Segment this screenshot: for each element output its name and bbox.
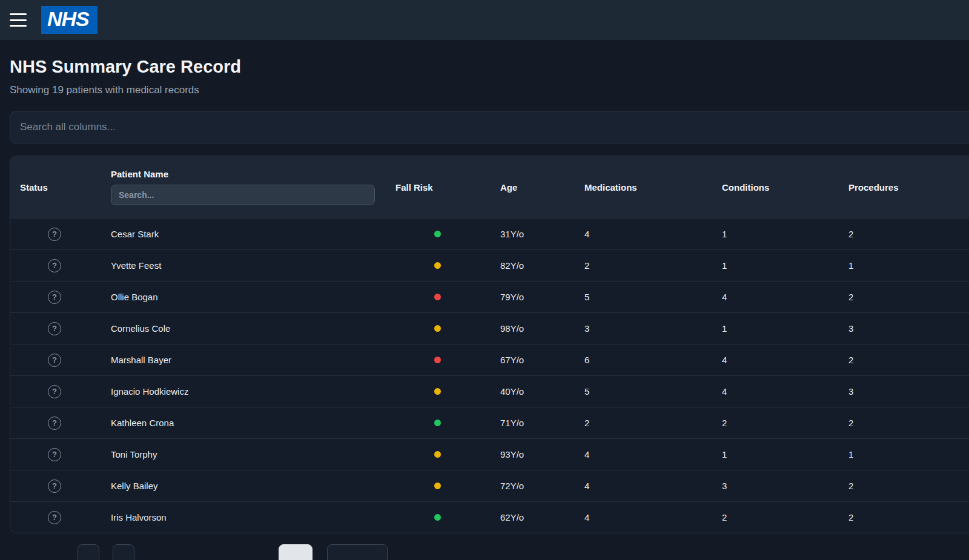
- fall-risk-dot: [434, 294, 441, 300]
- status-cell: ?: [10, 259, 101, 272]
- top-bar: NHS: [0, 0, 969, 40]
- status-question-mark-icon[interactable]: ?: [48, 385, 61, 398]
- table-row[interactable]: ? Toni Torphy 93Y/o 4 1 1: [10, 438, 969, 470]
- age-cell: 82Y/o: [491, 260, 575, 271]
- status-cell: ?: [10, 479, 101, 493]
- status-question-mark-icon[interactable]: ?: [48, 479, 61, 493]
- age-cell: 98Y/o: [491, 323, 575, 334]
- column-header-age: Age: [491, 182, 575, 193]
- procedures-cell: 1: [839, 449, 969, 460]
- age-cell: 62Y/o: [491, 512, 575, 522]
- age-cell: 79Y/o: [491, 292, 575, 302]
- fall-risk-cell: [386, 386, 491, 397]
- age-cell: 71Y/o: [491, 418, 575, 428]
- conditions-cell: 4: [712, 355, 839, 365]
- table-header-row: Status Patient Name Fall Risk Age Medica…: [10, 156, 969, 218]
- column-header-medications: Medications: [575, 182, 712, 193]
- procedures-cell: 2: [839, 418, 969, 428]
- procedures-cell: 2: [839, 229, 969, 239]
- conditions-cell: 1: [712, 229, 839, 239]
- status-question-mark-icon[interactable]: ?: [48, 448, 61, 461]
- table-row[interactable]: ? Kelly Bailey 72Y/o 4 3 2: [10, 470, 969, 501]
- status-cell: ?: [10, 417, 101, 430]
- fall-risk-dot: [434, 420, 441, 426]
- table-row[interactable]: ? Ollie Bogan 79Y/o 5 4 2: [10, 281, 969, 312]
- pagination-page-button[interactable]: [279, 544, 313, 560]
- patient-name-header-label: Patient Name: [111, 169, 376, 179]
- age-cell: 40Y/o: [491, 386, 575, 397]
- conditions-cell: 3: [712, 481, 839, 491]
- global-search-input[interactable]: [10, 111, 969, 143]
- column-header-conditions: Conditions: [712, 182, 839, 193]
- column-header-status: Status: [10, 182, 101, 193]
- table-row[interactable]: ? Cornelius Cole 98Y/o 3 1 3: [10, 312, 969, 344]
- fall-risk-cell: [386, 512, 491, 522]
- page-title: NHS Summary Care Record: [10, 57, 969, 77]
- conditions-cell: 1: [712, 323, 839, 334]
- status-question-mark-icon[interactable]: ?: [48, 354, 61, 367]
- patient-name-cell: Toni Torphy: [101, 449, 386, 460]
- status-question-mark-icon[interactable]: ?: [48, 322, 61, 335]
- fall-risk-cell: [386, 481, 491, 491]
- column-header-fall-risk: Fall Risk: [386, 182, 491, 193]
- column-header-procedures: Procedures: [839, 182, 969, 193]
- table-row[interactable]: ? Yvette Feest 82Y/o 2 1 1: [10, 249, 969, 281]
- patient-name-cell: Iris Halvorson: [101, 512, 386, 522]
- pagination-next-button[interactable]: [113, 544, 134, 560]
- patient-name-cell: Kelly Bailey: [101, 481, 386, 491]
- status-question-mark-icon[interactable]: ?: [48, 228, 61, 241]
- medications-cell: 3: [575, 323, 712, 334]
- patient-name-cell: Marshall Bayer: [101, 355, 386, 365]
- status-cell: ?: [10, 448, 101, 461]
- age-cell: 67Y/o: [491, 355, 575, 365]
- status-question-mark-icon[interactable]: ?: [48, 291, 61, 304]
- column-header-patient-name: Patient Name: [101, 169, 386, 205]
- age-cell: 93Y/o: [491, 449, 575, 460]
- fall-risk-dot: [434, 325, 441, 332]
- conditions-cell: 4: [712, 292, 839, 302]
- table-row[interactable]: ? Marshall Bayer 67Y/o 6 4 2: [10, 344, 969, 375]
- fall-risk-cell: [386, 260, 491, 271]
- fall-risk-cell: [386, 355, 491, 365]
- age-cell: 31Y/o: [491, 229, 575, 239]
- patient-name-cell: Yvette Feest: [101, 260, 386, 271]
- fall-risk-dot: [434, 483, 441, 489]
- fall-risk-dot: [434, 514, 441, 521]
- procedures-cell: 1: [839, 260, 969, 271]
- fall-risk-dot: [434, 388, 441, 395]
- patient-name-filter-input[interactable]: [111, 185, 375, 205]
- pagination-page-size-select[interactable]: [327, 544, 388, 560]
- medications-cell: 5: [575, 386, 712, 397]
- patient-name-cell: Ollie Bogan: [101, 292, 386, 302]
- hamburger-menu-icon[interactable]: [10, 13, 27, 27]
- fall-risk-dot: [434, 357, 441, 363]
- table-row[interactable]: ? Kathleen Crona 71Y/o 2 2 2: [10, 407, 969, 438]
- status-cell: ?: [10, 228, 101, 241]
- medications-cell: 4: [575, 481, 712, 491]
- procedures-cell: 2: [839, 512, 969, 522]
- conditions-cell: 1: [712, 449, 839, 460]
- conditions-cell: 1: [712, 260, 839, 271]
- pagination-bar: [10, 544, 969, 560]
- medications-cell: 2: [575, 418, 712, 428]
- procedures-cell: 3: [839, 386, 969, 397]
- fall-risk-cell: [386, 449, 491, 460]
- procedures-cell: 3: [839, 323, 969, 334]
- patients-table: Status Patient Name Fall Risk Age Medica…: [10, 156, 969, 533]
- status-question-mark-icon[interactable]: ?: [48, 511, 61, 524]
- fall-risk-dot: [434, 231, 441, 237]
- conditions-cell: 2: [712, 418, 839, 428]
- medications-cell: 5: [575, 292, 712, 302]
- status-question-mark-icon[interactable]: ?: [48, 417, 61, 430]
- medications-cell: 6: [575, 355, 712, 365]
- table-row[interactable]: ? Iris Halvorson 62Y/o 4 2 2: [10, 501, 969, 533]
- table-row[interactable]: ? Ignacio Hodkiewicz 40Y/o 5 4 3: [10, 375, 969, 407]
- medications-cell: 4: [575, 449, 712, 460]
- pagination-prev-button[interactable]: [78, 544, 99, 560]
- patient-name-cell: Cornelius Cole: [101, 323, 386, 334]
- status-question-mark-icon[interactable]: ?: [48, 259, 61, 272]
- nhs-logo: NHS: [41, 6, 98, 34]
- fall-risk-cell: [386, 292, 491, 302]
- table-row[interactable]: ? Cesar Stark 31Y/o 4 1 2: [10, 218, 969, 249]
- status-cell: ?: [10, 322, 101, 335]
